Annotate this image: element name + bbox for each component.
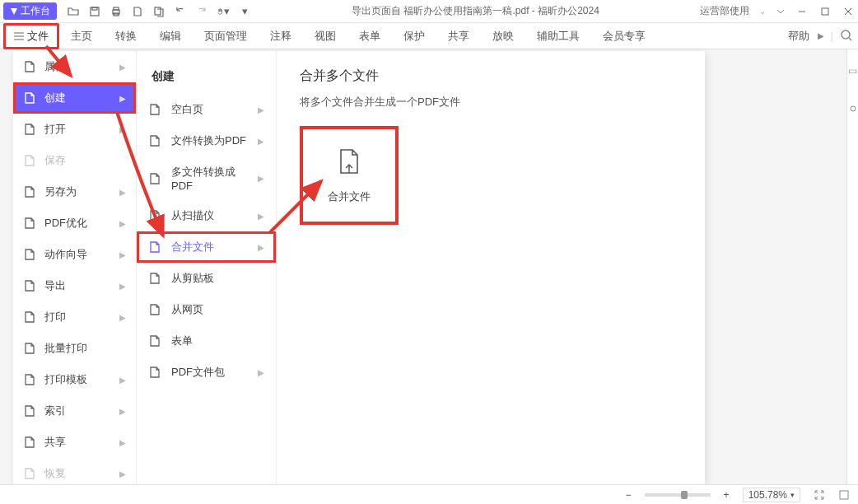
submenu-item-5[interactable]: 从剪贴板 (137, 263, 276, 294)
chevron-right-icon: ▶ (119, 63, 126, 72)
submenu-item-7[interactable]: 表单 (137, 325, 276, 357)
submenu-item-label: 多文件转换成PDF (171, 165, 248, 192)
chevron-right-icon: ▶ (258, 105, 264, 114)
info-icon (23, 60, 36, 73)
folder-open-icon[interactable] (67, 5, 80, 18)
form-icon (148, 334, 161, 348)
tab-help[interactable]: 帮助 (776, 24, 811, 49)
fit-width-icon[interactable] (814, 489, 825, 501)
status-bar: − + 105.78% ▾ (0, 484, 858, 504)
chevron-right-icon: ▶ (119, 438, 126, 447)
ribbon-options-icon[interactable] (776, 7, 786, 16)
chevron-down-icon[interactable]: ⌄ (759, 7, 766, 16)
tab-tools[interactable]: 辅助工具 (525, 24, 591, 49)
zoom-minus-icon[interactable]: − (626, 489, 632, 501)
file-menu-item-9[interactable]: 批量打印 (13, 333, 136, 364)
tab-overflow-icon[interactable]: ▶ (818, 31, 824, 40)
file-menu-item-10[interactable]: 打印模板 ▶ (13, 364, 136, 395)
dropdown-sep-icon[interactable]: ▾ (238, 5, 251, 18)
file-menu-item-label: PDF优化 (44, 216, 87, 231)
print-icon[interactable] (110, 5, 123, 18)
merge-files-tile[interactable]: 合并文件 (300, 126, 399, 225)
export-icon (23, 279, 36, 292)
tab-convert[interactable]: 转换 (104, 24, 148, 49)
submenu-item-4[interactable]: 合并文件 ▶ (137, 231, 276, 263)
save-icon (23, 154, 36, 167)
file-menu-item-5[interactable]: PDF优化 ▶ (13, 208, 136, 239)
document-title: 导出页面自 福昕办公使用指南第一稿.pdf - 福昕办公2024 (254, 4, 697, 18)
hand-icon[interactable]: ▾ (217, 5, 230, 18)
file-menu-button[interactable]: 文件 (3, 23, 59, 49)
zoom-value[interactable]: 105.78% ▾ (743, 488, 800, 502)
file-menu-item-label: 创建 (44, 91, 66, 105)
undo-icon[interactable] (174, 5, 187, 18)
file-menu-item-0[interactable]: 属性 ▶ (13, 51, 136, 82)
print-template-icon (23, 373, 36, 386)
page-copy-icon[interactable] (152, 5, 166, 18)
file-menu-item-4[interactable]: 另存为 ▶ (13, 176, 136, 208)
user-area-label[interactable]: 运营部使用 (700, 4, 749, 18)
save-icon[interactable] (88, 5, 101, 18)
properties-tab-icon[interactable] (848, 92, 858, 125)
submenu-item-3[interactable]: 从扫描仪 ▶ (137, 200, 276, 231)
zoom-slider[interactable] (645, 493, 711, 497)
file-menu-item-7[interactable]: 导出 ▶ (13, 270, 136, 301)
restore-icon (23, 467, 36, 480)
tab-form[interactable]: 表单 (347, 24, 392, 49)
file-menu-item-label: 保存 (44, 153, 66, 168)
maximize-icon[interactable] (818, 5, 832, 18)
close-icon[interactable] (842, 5, 855, 18)
file-menu-item-2[interactable]: 打开 ▶ (13, 114, 136, 145)
svg-rect-9 (840, 491, 848, 499)
workspace-label: 工作台 (21, 4, 50, 18)
tab-vip[interactable]: 会员专享 (591, 24, 657, 49)
chevron-right-icon: ▶ (119, 219, 126, 228)
chevron-right-icon: ▶ (119, 188, 126, 197)
chevron-right-icon: ▶ (258, 137, 264, 146)
submenu-item-8[interactable]: PDF文件包 ▶ (137, 357, 276, 388)
submenu-item-label: PDF文件包 (171, 365, 225, 380)
create-submenu-panel: 创建 空白页 ▶ 文件转换为PDF ▶ 多文件转换成PDF ▶ 从扫描仪 ▶ 合… (137, 51, 277, 496)
tab-share[interactable]: 共享 (436, 24, 481, 49)
portfolio-icon (148, 366, 161, 379)
chevron-right-icon: ▶ (119, 250, 126, 259)
file-menu-item-11[interactable]: 索引 ▶ (13, 395, 136, 427)
file-menu-item-label: 打印 (44, 310, 66, 324)
chevron-right-icon: ▶ (119, 469, 126, 478)
bookmark-tab-icon[interactable]: ▭ (848, 54, 858, 87)
submenu-item-label: 表单 (171, 334, 193, 348)
tab-protect[interactable]: 保护 (392, 24, 436, 49)
file-menu-item-1[interactable]: 创建 ▶ (13, 82, 136, 114)
detail-title: 合并多个文件 (300, 68, 682, 85)
file-backstage-panels: 属性 ▶ 创建 ▶ 打开 ▶ 保存 另存为 ▶ PDF优化 ▶ 动作向导 ▶ 导… (13, 51, 705, 496)
svg-point-8 (851, 106, 856, 111)
tab-page[interactable]: 页面管理 (193, 24, 259, 49)
hamburger-icon (14, 32, 24, 40)
tab-view[interactable]: 视图 (303, 24, 347, 49)
tab-edit[interactable]: 编辑 (148, 24, 193, 49)
right-sidebar-stub: ▭ (846, 49, 858, 484)
file-menu-item-8[interactable]: 打印 ▶ (13, 301, 136, 333)
file-menu-item-3[interactable]: 保存 (13, 145, 136, 176)
tab-annotate[interactable]: 注释 (259, 24, 303, 49)
submenu-item-6[interactable]: 从网页 (137, 294, 276, 325)
submenu-item-2[interactable]: 多文件转换成PDF ▶ (137, 156, 276, 200)
multi-to-pdf-icon (148, 172, 161, 185)
tab-home[interactable]: 主页 (59, 24, 104, 49)
workspace-badge[interactable]: 工作台 (3, 2, 57, 20)
page-add-icon[interactable] (131, 5, 144, 18)
file-menu-item-6[interactable]: 动作向导 ▶ (13, 239, 136, 270)
merge-tile-label: 合并文件 (328, 189, 371, 204)
file-menu-item-12[interactable]: 共享 ▶ (13, 427, 136, 458)
search-icon[interactable] (840, 29, 855, 44)
chevron-right-icon: ▶ (119, 376, 126, 385)
submenu-item-1[interactable]: 文件转换为PDF ▶ (137, 125, 276, 156)
fullscreen-icon[interactable] (838, 489, 850, 501)
submenu-item-label: 空白页 (171, 102, 203, 117)
tab-play[interactable]: 放映 (481, 24, 525, 49)
chevron-right-icon: ▶ (119, 125, 126, 134)
submenu-item-0[interactable]: 空白页 ▶ (137, 94, 276, 125)
minimize-icon[interactable] (795, 5, 809, 18)
zoom-plus-icon[interactable]: + (724, 489, 730, 501)
redo-icon[interactable] (195, 5, 208, 18)
